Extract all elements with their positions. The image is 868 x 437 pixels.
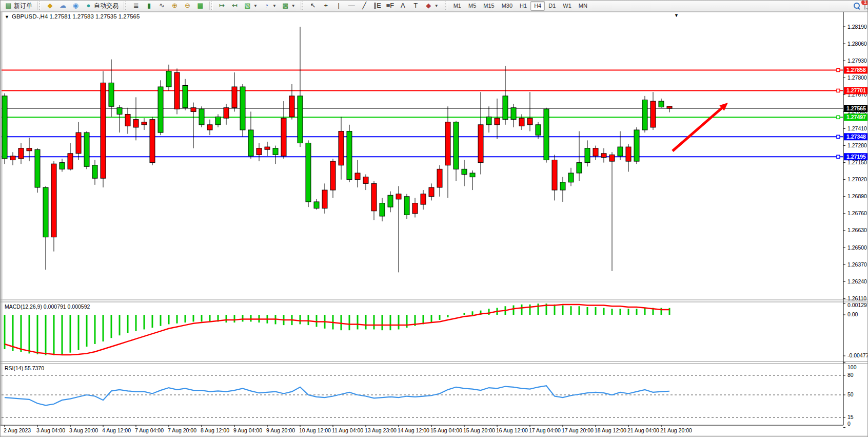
candle-body (43, 187, 48, 237)
zoom-out-button[interactable]: ⊖ (181, 1, 194, 11)
cursor-icon: ↖ (309, 2, 317, 9)
candle-body (404, 197, 409, 215)
hline-handle[interactable] (837, 155, 840, 158)
channel-button[interactable]: ∥E (371, 1, 384, 11)
candle-body (240, 87, 245, 130)
auto-trading-button[interactable]: ●自动交易 (82, 1, 121, 11)
time-tick-label: 3 Aug 04:00 (36, 427, 65, 433)
candle-body (330, 161, 336, 190)
timeframe-button-w1[interactable]: W1 (559, 1, 575, 11)
cursor-button[interactable]: ↖ (307, 1, 320, 11)
time-tick-label: 11 Aug 04:00 (332, 427, 363, 433)
candle-body (412, 203, 418, 214)
candle-body (478, 125, 483, 163)
price-tick-label: 1.28190 (847, 24, 867, 30)
auto-trading-button-label: 自动交易 (94, 2, 119, 10)
rsi-label: RSI(14) 55.7370 (5, 365, 44, 371)
time-tick-label: 8 Aug 12:00 (201, 427, 229, 433)
candles-chart-icon: ▮ (145, 2, 153, 9)
candle-body (314, 202, 319, 208)
periods-button[interactable]: ◔▼ (260, 1, 279, 11)
candle-body (174, 72, 180, 109)
chat-button[interactable]: 1 (864, 2, 865, 9)
candle-body (355, 173, 360, 180)
templates-button[interactable]: ▩▼ (279, 1, 298, 11)
market-watch-button[interactable]: ◆ (44, 1, 56, 11)
line-chart-button[interactable]: ∿ (155, 1, 168, 11)
time-tick-label: 3 Aug 20:00 (69, 427, 98, 433)
candle-body (511, 108, 516, 120)
candle-body (519, 118, 524, 126)
candle-body (199, 109, 204, 125)
horizontal-line-button[interactable]: — (345, 1, 358, 11)
time-tick-label: 15 Aug 04:00 (430, 427, 462, 433)
fibonacci-button[interactable]: ≡F (384, 1, 397, 11)
hline-handle[interactable] (837, 68, 840, 71)
candle-body (306, 143, 311, 202)
chart-canvas[interactable]: 1.281901.280601.279301.278001.276701.275… (1, 11, 868, 437)
candle-body (363, 177, 368, 184)
candle-body (84, 132, 89, 166)
time-tick-label: 17 Aug 04:00 (529, 427, 561, 433)
timeframe-button-h4[interactable]: H4 (530, 1, 545, 11)
arrows-button[interactable]: ◆▼ (422, 1, 441, 11)
candle-body (183, 86, 188, 108)
chart-window[interactable]: 1.281901.280601.279301.278001.276701.275… (1, 11, 868, 437)
time-tick-label: 14 Aug 12:00 (398, 427, 429, 433)
timeframe-button-d1[interactable]: D1 (545, 1, 559, 11)
candle-body (380, 203, 385, 216)
rsi-tick-label: 0 (847, 421, 851, 427)
zoom-in-button[interactable]: ⊕ (168, 1, 181, 11)
label-button[interactable]: T (409, 1, 422, 11)
hline-handle[interactable] (837, 89, 840, 92)
chart-shift-icon: ↤ (231, 2, 239, 9)
timeframe-button-m1[interactable]: M1 (450, 1, 465, 11)
rsi-tick-label: 50 (847, 391, 854, 397)
auto-scroll-button[interactable]: ↦ (215, 1, 228, 11)
candle-body (339, 131, 344, 165)
crosshair-button[interactable]: + (320, 1, 332, 11)
time-tick-label: 17 Aug 20:00 (562, 427, 594, 433)
candle-body (18, 148, 24, 159)
timeframe-button-m15[interactable]: M15 (480, 1, 498, 11)
chevron-down-icon: ▼ (435, 4, 439, 8)
toolbar-separator (209, 2, 213, 10)
new-chart-icon: ▧ (244, 2, 251, 9)
toolbar-separator (444, 2, 447, 10)
text-button[interactable]: A (397, 1, 409, 11)
profiles-button[interactable]: ☁ (56, 1, 69, 11)
candle-body (224, 108, 229, 118)
candle-body (273, 148, 278, 155)
time-tick-label: 18 Aug 12:00 (595, 427, 626, 433)
bars-chart-icon: ≣ (132, 2, 140, 9)
hline-handle[interactable] (837, 116, 840, 119)
chart-shift-button[interactable]: ↤ (228, 1, 241, 11)
price-tick-label: 1.26110 (847, 295, 866, 301)
hline-handle[interactable] (837, 135, 840, 138)
time-tick-label: 4 Aug 12:00 (102, 427, 131, 433)
vertical-line-button[interactable]: | (332, 1, 345, 11)
candle-body (470, 173, 475, 177)
candle-body (396, 194, 401, 199)
tile-windows-button[interactable]: ▦ (194, 1, 207, 11)
new-chart-button[interactable]: ▧▼ (241, 1, 260, 11)
timeframe-button-m5[interactable]: M5 (465, 1, 480, 11)
signals-button[interactable]: ◉ (69, 1, 82, 11)
price-badge-label: 1.27858 (846, 67, 866, 73)
new-order-button[interactable]: ▤ 新订单 (2, 1, 35, 11)
candle-body (659, 101, 664, 107)
candles-chart-button[interactable]: ▮ (143, 1, 155, 11)
trendline-button[interactable]: ╱ (358, 1, 371, 11)
bars-chart-button[interactable]: ≣ (130, 1, 143, 11)
candle-body (133, 120, 139, 127)
time-tick-label: 2 Aug 2023 (4, 427, 31, 433)
time-tick-label: 9 Aug 04:00 (233, 427, 262, 433)
timeframe-button-h1[interactable]: H1 (516, 1, 530, 11)
candle-body (27, 148, 32, 151)
chevron-down-icon: ▼ (253, 4, 258, 8)
label-icon: T (412, 2, 420, 9)
timeframe-button-mn[interactable]: MN (575, 1, 591, 11)
search-icon[interactable] (854, 3, 860, 9)
candle-body (453, 122, 459, 169)
timeframe-button-m30[interactable]: M30 (498, 1, 516, 11)
